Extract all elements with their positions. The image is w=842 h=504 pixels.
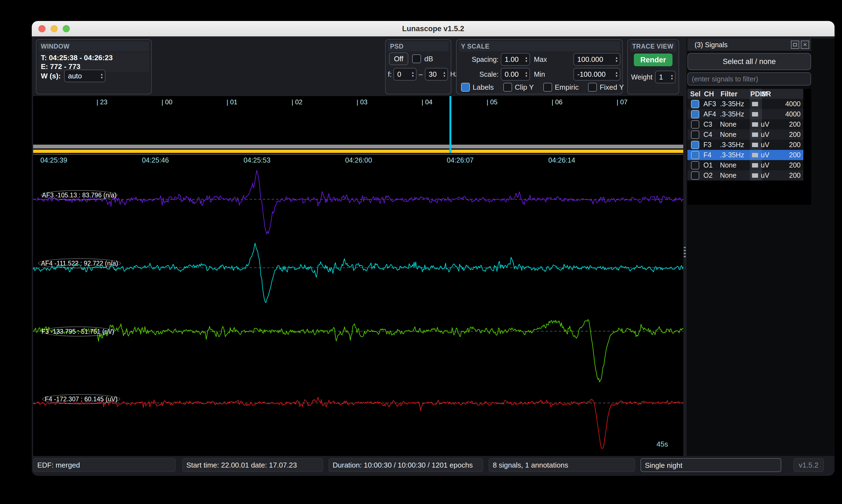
trace-label-f4: F4 -172.307 : 60.145 (uV) bbox=[42, 394, 120, 404]
status-item: Start time: 22.00.01 date: 17.07.23 bbox=[182, 458, 323, 472]
spacing-spinner[interactable]: 1.00 ▲▼ bbox=[501, 53, 530, 66]
spinner-arrows-icon[interactable]: ▲▼ bbox=[669, 74, 673, 80]
scale-spinner[interactable]: 0.00 ▲▼ bbox=[501, 68, 530, 80]
signal-samplerate: 200 bbox=[782, 151, 803, 159]
signal-channel: F4 bbox=[703, 151, 720, 159]
max-spinner[interactable]: 100.000 ▲▼ bbox=[573, 53, 620, 66]
psd-off-button[interactable]: Off bbox=[389, 52, 408, 65]
signal-color-swatch bbox=[752, 143, 758, 147]
spinner-arrows-icon[interactable]: ▲▼ bbox=[523, 71, 528, 77]
signals-table-body: AF3.3-35Hz4000AF4.3-35Hz4000C3NoneuV200C… bbox=[687, 99, 811, 181]
trace-chart-area: | 23| 00| 01| 02| 03| 04| 05| 06| 07 04:… bbox=[33, 96, 683, 456]
signal-pdim: uV bbox=[761, 120, 782, 128]
night-mode-select[interactable]: Single night bbox=[641, 458, 781, 472]
signal-channel: F3 bbox=[703, 141, 720, 149]
status-item: Duration: 10:00:30 / 10:00:30 / 1201 epo… bbox=[328, 458, 483, 472]
signal-filter: None bbox=[720, 161, 750, 169]
signal-row-o2[interactable]: O2NoneuV200 bbox=[687, 170, 803, 181]
version-label: v1.5.2 bbox=[793, 458, 824, 472]
signal-pdim: uV bbox=[761, 130, 782, 139]
spinner-arrows-icon[interactable]: ▲▼ bbox=[98, 73, 103, 79]
psd-panel-title: PSD bbox=[388, 41, 449, 51]
signal-trace-af3 bbox=[33, 170, 683, 234]
trace-view-panel: TRACE VIEW Render Weight 1 ▲▼ bbox=[627, 39, 679, 94]
signal-trace-f3 bbox=[33, 320, 683, 382]
panel-resize-handle[interactable] bbox=[684, 247, 686, 259]
column-header-pdim[interactable]: PDIM bbox=[750, 90, 761, 98]
select-all-none-button[interactable]: Select all / none bbox=[687, 53, 811, 70]
signal-select-checkbox[interactable] bbox=[691, 100, 699, 108]
signal-row-o1[interactable]: O1NoneuV200 bbox=[687, 160, 803, 170]
weight-spinner[interactable]: 1 ▲▼ bbox=[655, 71, 676, 83]
signal-row-f4[interactable]: F4.3-35HzuV200 bbox=[687, 150, 803, 160]
checkbox-label: Clip Y bbox=[515, 83, 534, 92]
signal-color-swatch bbox=[752, 163, 758, 167]
window-length-badge: 45s bbox=[657, 440, 668, 449]
window-seconds-spinner[interactable]: auto ▲▼ bbox=[64, 70, 105, 82]
spinner-arrows-icon[interactable]: ▲▼ bbox=[613, 57, 618, 62]
signal-select-checkbox[interactable] bbox=[691, 141, 699, 149]
signal-row-f3[interactable]: F3.3-35HzuV200 bbox=[687, 140, 803, 150]
spinner-arrows-icon[interactable]: ▲▼ bbox=[410, 71, 414, 77]
trace-label-f3: F3 -133.795 : 51.751 (uV) bbox=[41, 326, 114, 337]
signal-select-checkbox[interactable] bbox=[691, 110, 699, 119]
signal-pdim: uV bbox=[761, 141, 782, 149]
max-value: 100.000 bbox=[577, 55, 603, 64]
signal-row-c4[interactable]: C4NoneuV200 bbox=[687, 129, 803, 140]
window-seconds-value: auto bbox=[68, 72, 82, 80]
signal-samplerate: 4000 bbox=[782, 110, 803, 118]
signals-table-header: SelCHFilterPDIMSR bbox=[687, 89, 803, 99]
signal-select-checkbox[interactable] bbox=[691, 172, 699, 180]
signal-trace-af4 bbox=[33, 243, 683, 303]
scale-label: Scale: bbox=[456, 70, 499, 78]
psd-fmax-spinner[interactable]: 30 ▲▼ bbox=[425, 68, 448, 80]
column-header-ch[interactable]: CH bbox=[703, 90, 720, 98]
signal-filter: .3-35Hz bbox=[720, 141, 750, 149]
checkbox-label: Empiric bbox=[555, 83, 579, 92]
signal-filter: .3-35Hz bbox=[720, 110, 750, 118]
y-scale-checkbox-row: LabelsClip YEmpiricFixed Y bbox=[461, 83, 624, 92]
signal-row-c3[interactable]: C3NoneuV200 bbox=[687, 119, 803, 129]
window-panel-title: WINDOW bbox=[39, 41, 149, 51]
signal-samplerate: 200 bbox=[782, 172, 803, 179]
signal-select-checkbox[interactable] bbox=[691, 151, 699, 159]
panel-float-icon[interactable] bbox=[791, 40, 799, 49]
render-button[interactable]: Render bbox=[634, 54, 673, 66]
status-item: 8 signals, 1 annotations bbox=[489, 458, 635, 472]
panel-close-icon[interactable]: ✕ bbox=[801, 40, 809, 49]
signal-filter-input[interactable] bbox=[687, 72, 811, 86]
app-window: Lunascope v1.5.2 WINDOW T: 04:25:38 - 04… bbox=[32, 21, 835, 476]
column-header-sel[interactable]: Sel bbox=[687, 90, 703, 98]
signal-select-checkbox[interactable] bbox=[691, 120, 699, 129]
spinner-arrows-icon[interactable]: ▲▼ bbox=[613, 71, 618, 77]
spinner-arrows-icon[interactable]: ▲▼ bbox=[441, 71, 446, 77]
labels-checkbox[interactable] bbox=[461, 83, 470, 92]
signal-select-checkbox[interactable] bbox=[691, 130, 699, 139]
signals-panel: (3) Signals ✕ Select all / none SelCHFil… bbox=[686, 39, 835, 456]
signal-samplerate: 200 bbox=[782, 120, 803, 128]
signal-samplerate: 200 bbox=[782, 141, 803, 149]
signal-row-af3[interactable]: AF3.3-35Hz4000 bbox=[687, 99, 803, 109]
clip-y-checkbox[interactable] bbox=[503, 83, 512, 92]
spacing-label: Spacing: bbox=[456, 55, 499, 64]
signal-channel: O1 bbox=[703, 161, 720, 169]
signal-trace-f4 bbox=[33, 397, 683, 449]
signal-filter: None bbox=[720, 172, 750, 179]
signal-select-checkbox[interactable] bbox=[691, 161, 699, 169]
signal-color-swatch bbox=[752, 112, 758, 116]
psd-fmin-spinner[interactable]: 0 ▲▼ bbox=[393, 68, 416, 80]
signal-channel: C4 bbox=[703, 130, 720, 139]
psd-range-dash: – bbox=[419, 70, 423, 78]
spinner-arrows-icon[interactable]: ▲▼ bbox=[523, 57, 528, 62]
column-header-sr[interactable]: SR bbox=[761, 90, 782, 98]
y-scale-panel-title: Y SCALE bbox=[459, 41, 620, 51]
column-header-filter[interactable]: Filter bbox=[720, 90, 750, 98]
fixed-y-checkbox[interactable] bbox=[588, 83, 597, 92]
signal-pdim: uV bbox=[761, 151, 782, 159]
psd-db-checkbox[interactable] bbox=[412, 54, 421, 63]
trace-label-af4: AF4 -111.522 : 92.722 (n/a) bbox=[38, 258, 121, 268]
empiric-checkbox[interactable] bbox=[543, 83, 552, 92]
min-spinner[interactable]: -100.000 ▲▼ bbox=[573, 68, 620, 80]
psd-f-label: f: bbox=[388, 70, 392, 78]
signal-row-af4[interactable]: AF4.3-35Hz4000 bbox=[687, 109, 803, 119]
